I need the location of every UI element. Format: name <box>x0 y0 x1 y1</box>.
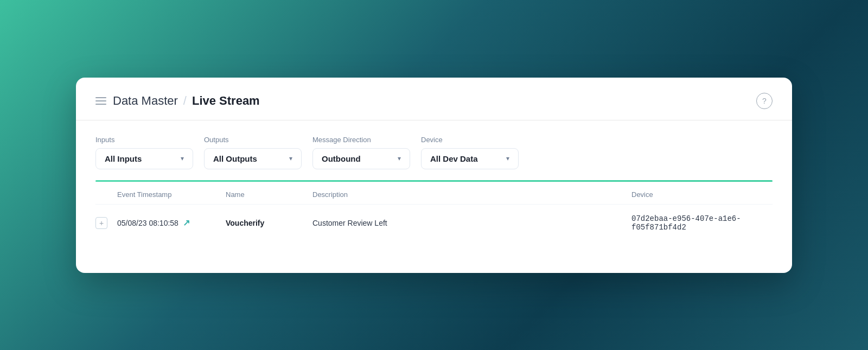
device-select[interactable]: All Dev Data ▾ <box>421 148 519 169</box>
device-select-value: All Dev Data <box>430 154 478 163</box>
message-direction-select[interactable]: Outbound ▾ <box>312 148 410 169</box>
filters-row: Inputs All Inputs ▾ Outputs All Outputs … <box>95 136 773 169</box>
outputs-filter-group: Outputs All Outputs ▾ <box>204 136 302 169</box>
timestamp-value: 05/08/23 08:10:58 <box>117 219 178 227</box>
outputs-label: Outputs <box>204 136 302 144</box>
message-direction-chevron-icon: ▾ <box>398 155 401 162</box>
inputs-select-value: All Inputs <box>105 154 142 163</box>
table-section: Event Timestamp Name Description Device … <box>76 182 792 257</box>
inputs-chevron-icon: ▾ <box>181 155 184 162</box>
breadcrumb-separator: / <box>183 94 187 108</box>
device-cell: 07d2ebaa-e956-407e-a1e6-f05f871bf4d2 <box>631 214 773 232</box>
inputs-label: Inputs <box>95 136 193 144</box>
device-chevron-icon: ▾ <box>506 155 509 162</box>
name-cell[interactable]: Voucherify <box>226 219 312 227</box>
header-left: Data Master / Live Stream <box>95 94 260 108</box>
device-filter-group: Device All Dev Data ▾ <box>421 136 519 169</box>
filters-section: Inputs All Inputs ▾ Outputs All Outputs … <box>76 120 792 182</box>
device-label: Device <box>421 136 519 144</box>
col-name: Name <box>226 190 312 199</box>
message-direction-filter-group: Message Direction Outbound ▾ <box>312 136 410 169</box>
breadcrumb: Data Master / Live Stream <box>113 94 260 108</box>
menu-icon[interactable] <box>95 97 106 105</box>
inputs-filter-group: Inputs All Inputs ▾ <box>95 136 193 169</box>
outputs-select[interactable]: All Outputs ▾ <box>204 148 302 169</box>
description-cell: Customer Review Left <box>312 219 631 227</box>
help-icon[interactable]: ? <box>756 93 773 109</box>
expand-cell: + <box>95 217 117 229</box>
breadcrumb-current: Live Stream <box>192 94 260 108</box>
page-header: Data Master / Live Stream ? <box>76 78 792 120</box>
timestamp-cell: 05/08/23 08:10:58 ↗ <box>117 218 226 228</box>
col-event-timestamp: Event Timestamp <box>117 190 226 199</box>
col-description: Description <box>312 190 631 199</box>
col-device: Device <box>631 190 773 199</box>
outbound-arrow-icon: ↗ <box>183 218 190 228</box>
main-card: Data Master / Live Stream ? Inputs All I… <box>76 78 792 273</box>
message-direction-label: Message Direction <box>312 136 410 144</box>
expand-icon[interactable]: + <box>95 217 107 229</box>
col-expand <box>95 190 117 199</box>
outputs-chevron-icon: ▾ <box>289 155 292 162</box>
table-row: + 05/08/23 08:10:58 ↗ Voucherify Custome… <box>95 204 773 241</box>
outputs-select-value: All Outputs <box>213 154 257 163</box>
table-header: Event Timestamp Name Description Device <box>95 182 773 204</box>
inputs-select[interactable]: All Inputs ▾ <box>95 148 193 169</box>
breadcrumb-main[interactable]: Data Master <box>113 94 178 108</box>
message-direction-select-value: Outbound <box>322 154 361 163</box>
